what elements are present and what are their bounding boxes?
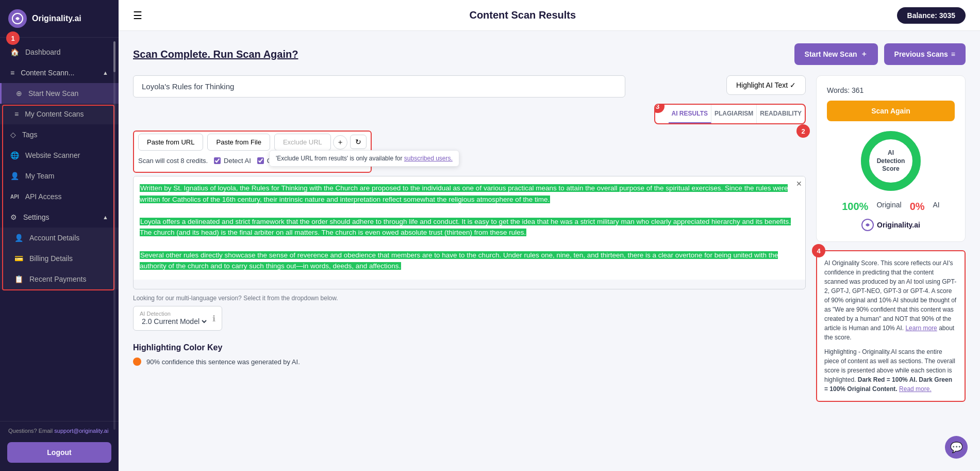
ai-detection-select[interactable]: 2.0 Current Model: [140, 317, 208, 326]
tooltip-link[interactable]: subscribed users.: [404, 155, 453, 162]
highlight-ai-button[interactable]: Highlight AI Text ✓: [726, 75, 806, 95]
settings-icon: ⚙: [10, 213, 17, 221]
plus-circle-icon: ⊕: [16, 89, 22, 98]
donut-label: AI Detection Score: [874, 149, 908, 173]
scan-controls: Paste from URL Paste from File Exclude U…: [138, 134, 367, 151]
exclude-url-button[interactable]: Exclude URL: [274, 134, 331, 151]
add-button[interactable]: ＋: [333, 135, 347, 150]
tab-plagiarism[interactable]: PLAGIARISM: [711, 105, 757, 123]
color-key-title: Highlighting Color Key: [133, 343, 806, 352]
scan-again-button[interactable]: Scan Again: [827, 101, 955, 121]
sidebar-item-settings[interactable]: ⚙ Settings ▲: [0, 207, 119, 228]
color-key-section: Highlighting Color Key 90% confidence th…: [133, 343, 806, 366]
sidebar-section-label: Settings: [23, 213, 49, 221]
info-icon[interactable]: ℹ: [212, 314, 215, 323]
paste-from-file-button[interactable]: Paste from File: [207, 134, 270, 151]
previous-scans-button[interactable]: Previous Scans ≡: [884, 43, 966, 65]
globe-icon: 🌐: [10, 151, 19, 159]
sidebar-item-tags[interactable]: ◇ Tags: [0, 124, 119, 145]
annotation-badge-4: 4: [812, 244, 825, 257]
scan-complete-title: Scan Complete. Run Scan Again?: [133, 48, 298, 60]
read-more-link[interactable]: Read more.: [899, 385, 932, 393]
main-content: ☰ Content Scan Results Balance: 3035 Sca…: [119, 0, 980, 471]
text-area-wrapper: Written by St. Ignatius of loyola, the R…: [133, 176, 806, 289]
logout-button[interactable]: Logout: [7, 442, 111, 463]
multi-lang-note: Looking for our multi-language version? …: [133, 295, 806, 302]
sidebar-item-website-scanner[interactable]: 🌐 Website Scanner: [0, 145, 119, 166]
balance-button[interactable]: Balance: 3035: [897, 7, 966, 24]
payments-icon: 📋: [14, 275, 23, 283]
highlight-and-tabs: Highlight AI Text ✓: [630, 75, 806, 95]
page-title: Content Scan Results: [469, 9, 576, 21]
sidebar-item-label: Tags: [22, 131, 38, 139]
learn-more-link[interactable]: Learn more: [905, 324, 937, 332]
score-pct-row: 100% Original 0% AI: [842, 201, 940, 213]
topbar: ☰ Content Scan Results Balance: 3035: [119, 0, 980, 31]
plagiarism-checkbox[interactable]: [257, 157, 264, 164]
sidebar-item-my-team[interactable]: 👤 My Team: [0, 166, 119, 186]
chat-button[interactable]: 💬: [945, 436, 968, 459]
sidebar-item-my-content-scans[interactable]: ≡ My Content Scans: [0, 104, 119, 124]
results-tabs-bar: 3 AI RESULTS PLAGIARISM READABILITY: [654, 104, 806, 124]
refresh-button[interactable]: ↻: [350, 135, 367, 149]
sidebar-item-label: My Content Scans: [25, 110, 84, 118]
sidebar-submenu: ⊕ Start New Scan ≡ My Content Scans: [0, 83, 119, 124]
billing-icon: 💳: [14, 254, 23, 263]
right-panel: Words: 361 Scan Again AI Detection Score: [816, 75, 966, 459]
ai-detection-score-title: AI Detection Score: [874, 149, 908, 173]
sidebar-item-label: Recent Payments: [29, 275, 87, 283]
support-email[interactable]: support@originality.ai: [54, 428, 108, 434]
list-icon: ≡: [14, 110, 19, 118]
tab-ai-results[interactable]: AI RESULTS: [669, 105, 711, 123]
detect-ai-checkbox[interactable]: [214, 157, 221, 164]
sidebar-item-recent-payments[interactable]: 📋 Recent Payments: [0, 269, 119, 289]
close-icon[interactable]: ✕: [796, 180, 802, 188]
tab-readability[interactable]: READABILITY: [757, 105, 805, 123]
account-icon: 👤: [14, 234, 23, 242]
paste-from-url-button[interactable]: Paste from URL: [138, 134, 203, 151]
annotation-box-2: Paste from URL Paste from File Exclude U…: [133, 131, 372, 173]
start-new-scan-label: Start New Scan: [805, 50, 857, 58]
left-panel: Highlight AI Text ✓ 3 AI RESULTS PLAGIAR…: [133, 75, 806, 459]
sidebar-section-label: Content Scann...: [21, 69, 74, 77]
scan-controls-wrapper: 2 Paste from URL Paste from File Exclude…: [133, 131, 806, 173]
detect-ai-checkbox-group: Detect AI: [214, 157, 251, 165]
chevron-up-icon: ▲: [103, 70, 108, 76]
tooltip-text: 'Exclude URL from results' is only avail…: [276, 155, 403, 162]
start-new-scan-button[interactable]: Start New Scan ＋: [794, 43, 878, 65]
annotation-badge-2: 2: [796, 124, 810, 138]
sidebar-item-content-scanner[interactable]: ≡ Content Scann... ▲: [0, 62, 119, 83]
ai-detection-select-row: AI Detection 2.0 Current Model ℹ: [133, 306, 222, 331]
sidebar-logo[interactable]: Originality.ai: [0, 0, 119, 38]
highlight-ai-label: Highlight AI Text ✓: [736, 81, 796, 89]
plus-icon: ＋: [860, 50, 868, 59]
sidebar-item-label: API Access: [25, 192, 62, 201]
scan-header-buttons: Start New Scan ＋ Previous Scans ≡: [794, 43, 966, 65]
sidebar-settings-submenu: 👤 Account Details 💳 Billing Details 📋 Re…: [0, 228, 119, 289]
originality-logo: Originality.ai: [861, 219, 920, 231]
originality-brand-name: Originality.ai: [877, 221, 920, 229]
detect-ai-label: Detect AI: [224, 157, 251, 165]
text-area-content[interactable]: Written by St. Ignatius of loyola, the R…: [134, 176, 805, 280]
info-text-2: Highlighting - Originality.AI scans the …: [824, 347, 957, 394]
scan-title-input[interactable]: [133, 75, 625, 98]
logo-icon: [8, 9, 27, 28]
sidebar-item-label: Account Details: [29, 234, 79, 242]
sidebar-item-dashboard[interactable]: 🏠 Dashboard: [0, 42, 119, 62]
sidebar-item-label: Dashboard: [25, 48, 61, 56]
hamburger-icon[interactable]: ☰: [133, 9, 142, 22]
previous-scans-label: Previous Scans: [894, 50, 948, 58]
main-panels: Highlight AI Text ✓ 3 AI RESULTS PLAGIAR…: [133, 75, 966, 459]
donut-chart: AI Detection Score: [857, 127, 924, 194]
highlighted-text-1: Written by St. Ignatius of loyola, the R…: [140, 184, 788, 203]
score-card: Words: 361 Scan Again AI Detection Score: [816, 75, 966, 242]
sidebar-item-start-new-scan[interactable]: ⊕ Start New Scan: [0, 83, 119, 104]
sidebar-item-billing-details[interactable]: 💳 Billing Details: [0, 248, 119, 269]
highlighted-text-3: Several other rules directly showcase th…: [140, 251, 778, 270]
info-box-wrapper: 4 AI Originality Score. This score refle…: [816, 250, 966, 402]
info-text-1: AI Originality Score. This score reflect…: [824, 258, 957, 342]
sidebar-item-account-details[interactable]: 👤 Account Details: [0, 228, 119, 248]
scroll-thumb: [113, 41, 115, 72]
api-icon: API: [10, 194, 19, 200]
sidebar-item-api-access[interactable]: API API Access: [0, 186, 119, 207]
